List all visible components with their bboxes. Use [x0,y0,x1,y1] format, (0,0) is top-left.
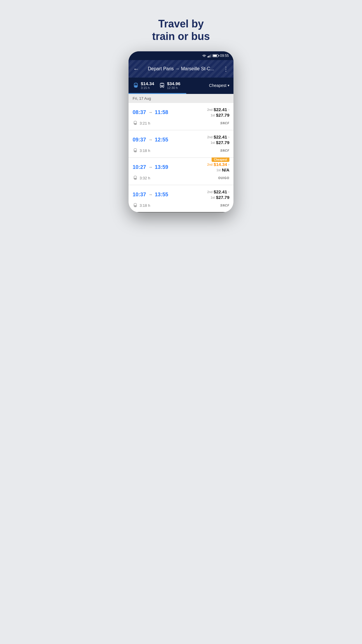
depart-time: 09:37 [133,137,146,143]
arrive-time: 11:58 [155,109,168,116]
status-time: 09:55 [220,54,229,58]
bus-icon [159,82,165,89]
depart-time: 08:37 [133,109,146,116]
time-row: 09:37 → 12:55 [133,137,168,143]
duration-text: 3:18 h [140,203,150,208]
depart-time: 10:27 [133,164,146,170]
card-bottom: 3:18 h SNCF [133,203,229,208]
class1-label: 1st [210,196,215,199]
sncf-logo: SNCF [220,122,229,125]
class1-price-row: 1st $27.79 [210,195,229,200]
chevron-right-icon: › [228,190,229,194]
signal-icon [208,54,211,57]
train-info: $14.34 3:15 h [141,81,154,90]
class2-price-row: 2nd $22.41 › [207,189,229,194]
class1-label: 1st [210,141,215,144]
chevron-down-icon: ▾ [228,83,229,88]
price-section: 2nd $22.41 › 1st $27.79 [207,189,229,200]
arrow-icon: → [148,137,152,142]
duration-text: 3:32 h [140,176,150,180]
train-icon [133,82,139,89]
card-top: 10:37 → 13:55 2nd $22.41 › 1st $27.79 [133,189,229,200]
class1-price: N/A [222,167,229,172]
card-bottom: 3:32 h OUIGO [133,175,229,181]
chevron-right-icon: › [228,108,229,112]
svg-rect-2 [210,55,210,57]
route-title: Depart Paris → Marseille St-C... [143,66,219,71]
svg-rect-3 [210,54,211,57]
class2-price: $14.34 [214,162,227,167]
arrive-time: 13:55 [155,192,168,198]
arrow-icon: → [148,110,152,115]
train-small-icon [133,148,138,153]
class2-label: 2nd [207,135,212,139]
result-card[interactable]: 08:37 → 11:58 2nd $22.41 › 1st $27.79 [129,103,233,130]
class1-price-row: 1st N/A [216,167,229,172]
cheapest-badge: Cheapest [212,158,229,162]
bus-option[interactable]: $34.96 12:30 h [159,81,180,90]
header-nav: ← Depart Paris → Marseille St-C... ⋮ [129,60,233,78]
class1-price-row: 1st $27.79 [210,113,229,118]
bus-price: $34.96 [167,81,180,86]
sort-label: Cheapest [209,83,226,88]
price-section: 2nd $14.34 › 1st N/A [207,162,229,172]
page-wrapper: Travel by train or bus [121,6,241,212]
bus-info: $34.96 12:30 h [167,81,180,90]
battery-icon [212,54,218,57]
more-button[interactable]: ⋮ [222,64,230,74]
class2-label: 2nd [207,190,212,194]
result-card[interactable]: 10:37 → 13:55 2nd $22.41 › 1st $27.79 [129,185,233,212]
class1-price: $27.79 [216,113,229,118]
date-header: Fri, 17 Aug [129,94,233,103]
class2-price-row: 2nd $14.34 › [207,162,229,167]
duration-row: 3:18 h [133,203,150,208]
result-card[interactable]: Cheapest 10:27 → 13:59 2nd $14.34 › 1st … [129,158,233,185]
result-card[interactable]: 09:37 → 12:55 2nd $22.41 › 1st $27.79 [129,130,233,157]
status-icons [202,54,218,57]
card-bottom: 3:18 h SNCF [133,148,229,153]
app-header: ← Depart Paris → Marseille St-C... ⋮ $14… [129,60,233,94]
card-top: 08:37 → 11:58 2nd $22.41 › 1st $27.79 [133,107,229,118]
price-section: 2nd $22.41 › 1st $27.79 [207,107,229,118]
duration-text: 3:18 h [140,148,150,153]
class2-label: 2nd [207,163,212,166]
duration-text: 3:21 h [140,121,150,125]
arrow-icon: → [148,192,152,197]
card-bottom: 3:21 h SNCF [133,120,229,126]
class1-label: 1st [210,113,215,117]
svg-rect-1 [208,56,209,57]
train-duration: 3:15 h [141,86,154,90]
class2-price: $22.41 [214,189,227,194]
train-option[interactable]: $14.34 3:15 h [133,81,154,90]
train-small-icon [133,175,138,181]
train-small-icon [133,120,138,126]
class2-price-row: 2nd $22.41 › [207,107,229,112]
price-section: 2nd $22.41 › 1st $27.79 [207,134,229,145]
class1-price: $27.79 [216,195,229,200]
time-row: 10:27 → 13:59 [133,164,168,170]
arrow-icon: → [148,165,152,169]
svg-rect-0 [208,56,208,57]
wifi-icon [202,54,206,57]
ouigo-logo: OUIGO [218,176,229,180]
status-bar: 09:55 [129,51,233,60]
hero-title: Travel by train or bus [121,6,241,51]
back-button[interactable]: ← [132,64,140,74]
train-price: $14.34 [141,81,154,86]
results-list: 08:37 → 11:58 2nd $22.41 › 1st $27.79 [129,103,233,212]
arrive-time: 12:55 [155,137,168,143]
card-top: 09:37 → 12:55 2nd $22.41 › 1st $27.79 [133,134,229,145]
train-small-icon [133,203,138,208]
sncf-logo: SNCF [220,204,229,207]
chevron-right-icon: › [228,135,229,139]
time-row: 10:37 → 13:55 [133,192,168,198]
duration-row: 3:21 h [133,120,150,126]
class2-label: 2nd [207,108,212,111]
class1-price-row: 1st $27.79 [210,140,229,145]
filter-bar: $14.34 3:15 h $34.96 12:30 h C [129,78,233,93]
time-row: 08:37 → 11:58 [133,109,168,116]
bus-duration: 12:30 h [167,86,180,90]
duration-row: 3:18 h [133,148,150,153]
sort-button[interactable]: Cheapest ▾ [209,83,229,88]
class2-price: $22.41 [214,134,227,139]
